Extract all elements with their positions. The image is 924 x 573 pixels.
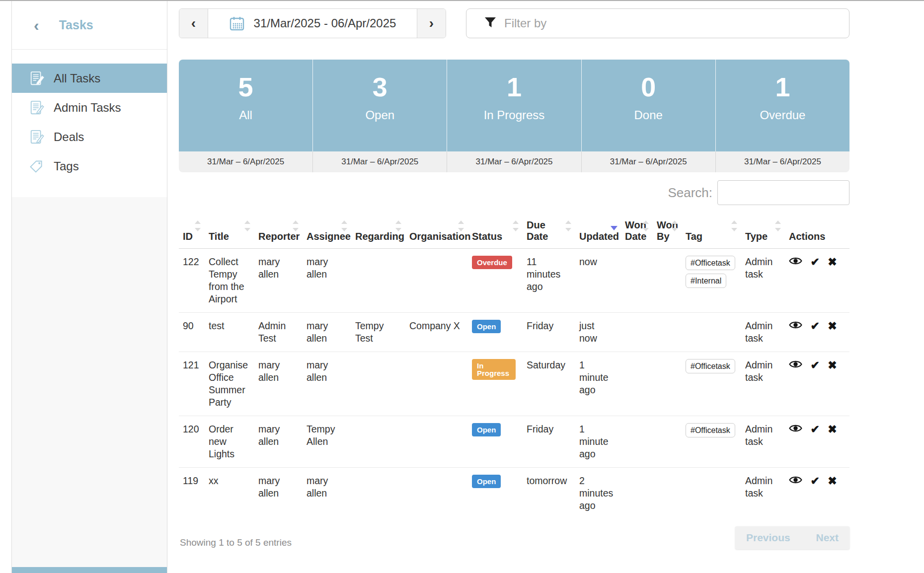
sort-icon <box>565 220 571 231</box>
next-week-button[interactable]: › <box>417 9 446 38</box>
cell-tags: #Officetask <box>682 416 741 467</box>
task-row[interactable]: 121 Organise Office Summer Party mary al… <box>179 352 849 416</box>
stat-label: Open <box>313 108 447 122</box>
tag-chip: #Internal <box>686 274 726 288</box>
sidebar: ‹ Tasks All Tasks Admin Tasks Deals Tags <box>11 1 167 573</box>
view-task-icon[interactable] <box>789 359 802 372</box>
view-task-icon[interactable] <box>789 320 802 333</box>
status-badge: Open <box>472 423 501 436</box>
cell-tags: #Officetask <box>682 352 741 416</box>
prev-week-button[interactable]: ‹ <box>179 9 208 38</box>
sort-icon <box>341 220 347 231</box>
search-input[interactable] <box>717 180 849 205</box>
delete-task-icon[interactable]: ✖ <box>828 424 837 435</box>
sort-icon <box>643 220 649 231</box>
column-header-reporter[interactable]: Reporter <box>254 215 303 248</box>
stat-cell-in-progress[interactable]: 1 In Progress <box>447 60 581 151</box>
cell-updated: 2 minutes ago <box>575 467 621 519</box>
cell-organisation: Company X <box>405 312 468 352</box>
stat-cell-open[interactable]: 3 Open <box>312 60 447 151</box>
delete-task-icon[interactable]: ✖ <box>828 360 837 371</box>
previous-page-button[interactable]: Previous <box>746 532 790 544</box>
delete-task-icon[interactable]: ✖ <box>828 476 837 487</box>
filter-box <box>466 8 849 38</box>
column-header-due-date[interactable]: Due Date <box>523 215 575 248</box>
cell-updated: just now <box>575 312 621 352</box>
cell-due-date: Friday <box>523 312 575 352</box>
cell-won-date <box>621 467 653 519</box>
complete-task-icon[interactable]: ✔ <box>810 424 819 435</box>
column-header-title[interactable]: Title <box>205 215 254 248</box>
date-range-text: 31/Mar/2025 - 06/Apr/2025 <box>254 16 396 30</box>
delete-task-icon[interactable]: ✖ <box>828 321 837 332</box>
task-row[interactable]: 120 Order new Lights mary allen Tempy Al… <box>179 416 849 467</box>
column-header-actions[interactable]: Actions <box>785 215 849 248</box>
view-task-icon[interactable] <box>789 256 802 269</box>
cell-tags <box>682 467 741 519</box>
cell-status: Overdue <box>468 248 523 312</box>
view-task-icon[interactable] <box>789 475 802 488</box>
column-header-tag[interactable]: Tag <box>682 215 741 248</box>
stat-count: 3 <box>313 72 447 102</box>
view-task-icon[interactable] <box>789 424 802 436</box>
tag-icon <box>29 158 46 175</box>
sidebar-nav: All Tasks Admin Tasks Deals Tags <box>12 64 167 181</box>
filter-funnel-icon <box>484 17 496 30</box>
sort-icon <box>611 220 617 231</box>
sort-icon <box>513 220 519 231</box>
sort-icon <box>293 220 299 231</box>
complete-task-icon[interactable]: ✔ <box>810 257 819 268</box>
pagination: Previous Next <box>735 526 849 549</box>
cell-won-date <box>621 312 653 352</box>
column-header-id[interactable]: ID <box>179 215 205 248</box>
column-header-won-date[interactable]: Won Date <box>621 215 653 248</box>
stats-counters: 5 All 3 Open 1 In Progress 0 Done 1 Over… <box>179 60 849 151</box>
date-range-display[interactable]: 31/Mar/2025 - 06/Apr/2025 <box>208 9 417 38</box>
complete-task-icon[interactable]: ✔ <box>810 360 819 371</box>
stat-period: 31/Mar – 6/Apr/2025 <box>581 151 715 172</box>
cell-organisation <box>405 416 468 467</box>
stat-cell-overdue[interactable]: 1 Overdue <box>715 60 849 151</box>
back-chevron-icon[interactable]: ‹ <box>34 17 39 33</box>
column-header-won-by[interactable]: Won By <box>653 215 682 248</box>
column-header-regarding[interactable]: Regarding <box>351 215 405 248</box>
cell-organisation <box>405 467 468 519</box>
task-row[interactable]: 119 xx mary allen mary allen Open tomorr… <box>179 467 849 519</box>
next-page-button[interactable]: Next <box>816 532 839 544</box>
cell-won-by <box>653 248 682 312</box>
sort-icon <box>672 220 678 231</box>
stat-cell-all[interactable]: 5 All <box>179 60 312 151</box>
sidebar-header: ‹ Tasks <box>12 1 167 50</box>
tag-chip: #Officetask <box>686 359 735 373</box>
date-range-navigator: ‹ 31/Mar/2025 - 06/Apr/2025 <box>179 8 446 38</box>
sidebar-item-all-tasks[interactable]: All Tasks <box>12 64 167 93</box>
column-header-assignee[interactable]: Assignee <box>303 215 351 248</box>
cell-organisation <box>405 352 468 416</box>
cell-regarding <box>351 467 405 519</box>
stat-cell-done[interactable]: 0 Done <box>581 60 715 151</box>
task-row[interactable]: 122 Collect Tempy from the Airport mary … <box>179 248 849 312</box>
filter-input[interactable] <box>503 16 823 31</box>
status-badge: Overdue <box>472 256 512 269</box>
column-header-updated[interactable]: Updated <box>575 215 621 248</box>
sidebar-item-deals[interactable]: Deals <box>12 122 167 151</box>
delete-task-icon[interactable]: ✖ <box>828 257 837 268</box>
cell-assignee: mary allen <box>303 312 351 352</box>
tasks-icon <box>29 70 46 87</box>
task-row[interactable]: 90 test Admin Test mary allen Tempy Test… <box>179 312 849 352</box>
cell-won-by <box>653 467 682 519</box>
stats-period-strip: 31/Mar – 6/Apr/2025 31/Mar – 6/Apr/2025 … <box>179 151 849 172</box>
cell-reporter: mary allen <box>254 416 303 467</box>
column-header-type[interactable]: Type <box>741 215 785 248</box>
sidebar-bottom-bar <box>12 567 167 573</box>
sidebar-item-admin-tasks[interactable]: Admin Tasks <box>12 93 167 122</box>
cell-title: Organise Office Summer Party <box>205 352 254 416</box>
column-header-status[interactable]: Status <box>468 215 523 248</box>
cell-reporter: mary allen <box>254 248 303 312</box>
cell-won-date <box>621 248 653 312</box>
complete-task-icon[interactable]: ✔ <box>810 321 819 332</box>
complete-task-icon[interactable]: ✔ <box>810 476 819 487</box>
sidebar-item-tags[interactable]: Tags <box>12 151 167 181</box>
cell-due-date: 11 minutes ago <box>523 248 575 312</box>
column-header-organisation[interactable]: Organisation <box>405 215 468 248</box>
